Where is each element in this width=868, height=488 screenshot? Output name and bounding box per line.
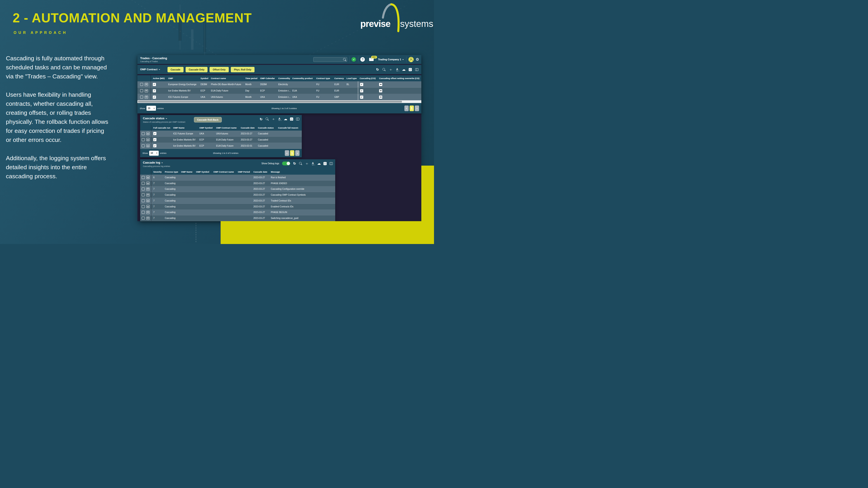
column-header[interactable]: Symbol: [199, 75, 209, 81]
mail-icon[interactable]: 999+: [369, 58, 374, 61]
column-header[interactable]: Cascade fail reason: [276, 125, 302, 131]
query-icon[interactable]: [323, 162, 327, 165]
column-header[interactable]: OMP Name: [179, 169, 194, 175]
table-row[interactable]: 7Cascading2023-03-27Cascading OMP Contra…: [140, 192, 335, 198]
collapse-columns-icon[interactable]: [389, 68, 393, 71]
cloud-download-icon[interactable]: [402, 68, 405, 71]
indeterminate-checkbox[interactable]: [379, 96, 382, 99]
column-header[interactable]: OMP Contract name: [212, 169, 236, 175]
export-text-icon[interactable]: [278, 117, 281, 121]
debug-toggle[interactable]: [282, 162, 290, 165]
column-header[interactable]: Cascade date: [252, 169, 269, 175]
page-size-select[interactable]: 15: [147, 106, 156, 111]
checked-checkbox[interactable]: [360, 96, 363, 99]
table-row[interactable]: ICE Futures EuropeUKAUKA futuresMonthUKA…: [137, 94, 421, 100]
current-page-button[interactable]: 1: [410, 105, 414, 111]
row-details-icon[interactable]: [146, 211, 150, 214]
column-header[interactable]: Contract name: [209, 75, 243, 81]
row-select-checkbox[interactable]: [142, 188, 145, 191]
row-select-checkbox[interactable]: [142, 138, 145, 141]
checked-checkbox[interactable]: [153, 96, 156, 99]
scrollbar-thumb[interactable]: [138, 101, 402, 103]
column-header[interactable]: Time period: [243, 75, 258, 81]
row-select-checkbox[interactable]: [142, 176, 145, 179]
row-details-icon[interactable]: [145, 83, 148, 86]
page-size-select[interactable]: 10: [149, 151, 159, 156]
cascade-status-title[interactable]: Cascade status: [143, 117, 167, 120]
refresh-icon[interactable]: [293, 162, 296, 165]
prev-page-button[interactable]: [404, 105, 409, 111]
column-header[interactable]: Cascading (CD): [358, 75, 377, 81]
export-text-icon[interactable]: [395, 68, 399, 71]
phys-roll-only-button[interactable]: Phys. Roll Only: [231, 67, 254, 72]
search-box[interactable]: [313, 57, 347, 62]
table-layout-icon[interactable]: [415, 68, 418, 71]
row-details-icon[interactable]: [145, 89, 148, 92]
row-details-icon[interactable]: [146, 144, 150, 147]
search-icon[interactable]: [343, 58, 346, 61]
search-icon[interactable]: [382, 68, 386, 71]
row-select-checkbox[interactable]: [142, 144, 145, 147]
refresh-icon[interactable]: [376, 68, 379, 71]
search-input[interactable]: [313, 57, 347, 62]
row-details-icon[interactable]: [146, 193, 150, 197]
indeterminate-checkbox[interactable]: [379, 83, 382, 86]
table-row[interactable]: Ice Endex Markets BVECPEUA Daily Future2…: [140, 137, 302, 143]
table-row[interactable]: 7Cascading2023-03-27Switching cascaderun…: [140, 215, 335, 221]
checked-checkbox[interactable]: [153, 144, 156, 147]
column-header[interactable]: Severity: [151, 169, 163, 175]
column-header[interactable]: Commodity product: [290, 75, 314, 81]
checked-checkbox[interactable]: [153, 132, 156, 135]
column-header[interactable]: Contract type: [314, 75, 333, 81]
row-select-checkbox[interactable]: [142, 205, 145, 208]
row-select-checkbox[interactable]: [142, 217, 145, 220]
query-icon[interactable]: [408, 68, 412, 71]
cloud-download-icon[interactable]: [317, 162, 321, 165]
column-header[interactable]: OMP Name: [171, 125, 197, 131]
search-icon[interactable]: [266, 117, 269, 121]
company-selector[interactable]: Trading Company 1: [378, 58, 404, 61]
column-header[interactable]: OMP Symbol: [197, 125, 214, 131]
search-icon[interactable]: [299, 162, 303, 165]
cascade-log-title[interactable]: Cascade log: [143, 161, 163, 164]
table-row[interactable]: 7Cascading2023-03-27PHASE BEGUN: [140, 210, 335, 216]
column-header[interactable]: Message: [269, 169, 334, 175]
indeterminate-checkbox[interactable]: [379, 89, 382, 92]
table-row[interactable]: 7Cascading2023-03-27Traded Contract IDs: [140, 198, 335, 204]
cascade-rollback-button[interactable]: Cascade Roll-Back: [194, 117, 222, 123]
column-header[interactable]: Commodity: [276, 75, 290, 81]
horizontal-scrollbar[interactable]: [137, 100, 421, 103]
column-header[interactable]: Cascading offset netting overwrite (CD): [377, 75, 421, 81]
refresh-icon[interactable]: [259, 117, 263, 121]
row-select-checkbox[interactable]: [142, 199, 145, 202]
row-details-icon[interactable]: [146, 188, 150, 191]
next-page-button[interactable]: [415, 105, 419, 111]
cascade-only-button[interactable]: Cascade Only: [186, 67, 208, 72]
row-details-icon[interactable]: [146, 217, 150, 220]
offset-only-button[interactable]: Offset Only: [210, 67, 229, 72]
checked-checkbox[interactable]: [153, 89, 156, 92]
column-header[interactable]: OMP Contract name: [214, 125, 239, 131]
row-details-icon[interactable]: [146, 182, 150, 185]
table-row[interactable]: 7Cascading2023-03-27Enabled Contracts ID…: [140, 204, 335, 210]
current-page-button[interactable]: 1: [290, 150, 294, 156]
cascade-button[interactable]: Cascade: [167, 67, 184, 72]
row-details-icon[interactable]: [146, 132, 150, 135]
table-row[interactable]: European Energy ExchangeDEBMPhelix-DE-Ba…: [137, 81, 421, 88]
column-header[interactable]: OMP Symbol: [194, 169, 212, 175]
table-row[interactable]: Ice Endex Markets BVECPEUA Daily FutureD…: [137, 88, 421, 94]
row-select-checkbox[interactable]: [140, 83, 143, 86]
table-layout-icon[interactable]: [296, 117, 300, 121]
row-details-icon[interactable]: [146, 205, 150, 208]
column-header[interactable]: Currency: [333, 75, 345, 81]
checked-checkbox[interactable]: [153, 83, 156, 86]
next-page-button[interactable]: [295, 150, 300, 156]
cloud-download-icon[interactable]: [284, 117, 287, 121]
row-details-icon[interactable]: [146, 176, 150, 179]
row-details-icon[interactable]: [146, 138, 150, 141]
column-header[interactable]: Cascade status: [256, 125, 276, 131]
prev-page-button[interactable]: [285, 150, 289, 156]
row-select-checkbox[interactable]: [142, 132, 145, 135]
collapse-columns-icon[interactable]: [305, 162, 309, 165]
row-select-checkbox[interactable]: [142, 182, 145, 185]
